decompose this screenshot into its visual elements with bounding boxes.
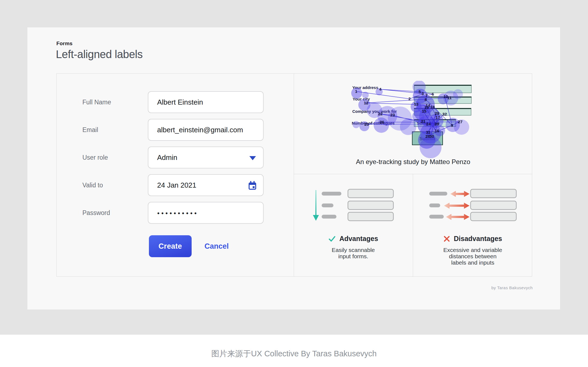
password-field[interactable]: ●●●●●●●●●● <box>148 202 264 224</box>
disadvantages-title: Disadvantages <box>454 235 502 243</box>
email-value: albert_einstein@gmail.com <box>157 126 243 134</box>
svg-text:4: 4 <box>379 87 382 91</box>
svg-text:20: 20 <box>434 122 439 126</box>
fullname-value: Albert Einstein <box>157 98 203 107</box>
svg-text:12: 12 <box>364 101 368 105</box>
disadvantages-panel: Disadvantages Excessive and variable dis… <box>413 174 532 277</box>
x-icon <box>443 236 450 242</box>
form-section: Full Name Albert Einstein Email albert_e… <box>57 74 294 276</box>
validto-date-input[interactable]: 24 Jan 2021 <box>148 174 264 196</box>
variable-distance-diagram <box>419 185 523 226</box>
form-row-userrole: User role Admin <box>57 147 294 168</box>
svg-text:2: 2 <box>408 96 411 101</box>
double-arrow-icon <box>446 214 469 220</box>
svg-text:30: 30 <box>430 134 434 139</box>
svg-text:18: 18 <box>430 105 435 109</box>
svg-text:27: 27 <box>458 119 463 124</box>
eye-tracking-heatmap: Some valueSubmitYour addressYour cityCom… <box>348 81 480 160</box>
study-section: Some valueSubmitYour addressYour cityCom… <box>294 74 532 174</box>
double-arrow-icon <box>444 203 469 209</box>
svg-text:6: 6 <box>432 92 434 96</box>
password-label: Password <box>82 202 145 224</box>
down-arrow-icon <box>315 190 316 216</box>
fullname-label: Full Name <box>82 91 145 113</box>
svg-text:3: 3 <box>422 91 424 96</box>
card: Forms Left-aligned labels Full Name Albe… <box>27 27 560 309</box>
svg-text:32: 32 <box>442 112 447 116</box>
create-button[interactable]: Create <box>149 235 192 257</box>
svg-text:13: 13 <box>414 102 419 107</box>
disadvantages-heading: Disadvantages <box>413 235 532 243</box>
svg-text:24: 24 <box>426 122 431 126</box>
author-credit: by Taras Bakusevych <box>491 285 533 290</box>
svg-text:31: 31 <box>426 130 431 134</box>
disadvantages-text: Excessive and variable distances between… <box>413 247 532 266</box>
advantages-text: Easily scannable input forms. <box>294 247 413 259</box>
form-row-password: Password ●●●●●●●●●● <box>57 202 294 224</box>
page: Forms Left-aligned labels Full Name Albe… <box>0 0 588 367</box>
svg-text:17: 17 <box>436 115 440 120</box>
page-title: Left-aligned labels <box>56 48 143 61</box>
svg-text:11: 11 <box>447 95 452 100</box>
chevron-down-icon <box>249 156 256 160</box>
userrole-select[interactable]: Admin <box>148 147 264 168</box>
cancel-button[interactable]: Cancel <box>204 235 251 257</box>
userrole-value: Admin <box>157 153 177 162</box>
email-field[interactable]: albert_einstein@gmail.com <box>148 119 264 141</box>
study-caption: An eye-tracking study by Matteo Penzo <box>294 158 532 166</box>
svg-text:21: 21 <box>421 119 426 124</box>
check-icon <box>328 235 336 242</box>
example-panel: Full Name Albert Einstein Email albert_e… <box>56 73 532 277</box>
userrole-label: User role <box>82 147 145 168</box>
calendar-icon[interactable] <box>248 181 256 192</box>
form-row-fullname: Full Name Albert Einstein <box>57 91 294 113</box>
svg-text:7: 7 <box>425 93 428 98</box>
svg-text:25: 25 <box>364 122 369 127</box>
svg-text:22: 22 <box>378 111 383 116</box>
svg-text:23: 23 <box>390 113 395 117</box>
advantages-panel: Advantages Easily scannable input forms. <box>294 174 413 277</box>
svg-text:16: 16 <box>435 128 439 133</box>
svg-text:19: 19 <box>424 105 429 110</box>
svg-text:5: 5 <box>419 89 421 94</box>
svg-text:29: 29 <box>435 111 439 116</box>
svg-text:9: 9 <box>451 123 453 128</box>
validto-label: Valid to <box>82 174 145 196</box>
validto-value: 24 Jan 2021 <box>157 181 196 190</box>
svg-text:8: 8 <box>425 97 427 102</box>
svg-text:1: 1 <box>355 89 357 94</box>
source-caption: 图片来源于UX Collective By Taras Bakusevych <box>0 348 588 359</box>
advantages-title: Advantages <box>339 235 378 243</box>
scannable-flow-diagram <box>305 185 398 226</box>
fullname-input[interactable]: Albert Einstein <box>148 91 264 113</box>
email-label: Email <box>82 119 145 141</box>
form-row-validto: Valid to 24 Jan 2021 <box>57 174 294 196</box>
svg-text:26: 26 <box>380 120 384 124</box>
password-masked-value: ●●●●●●●●●● <box>157 211 198 215</box>
advantages-heading: Advantages <box>294 235 413 243</box>
form-row-email: Email albert_einstein@gmail.com <box>57 119 294 141</box>
eyebrow-label: Forms <box>56 41 73 47</box>
double-arrow-icon <box>450 191 469 197</box>
